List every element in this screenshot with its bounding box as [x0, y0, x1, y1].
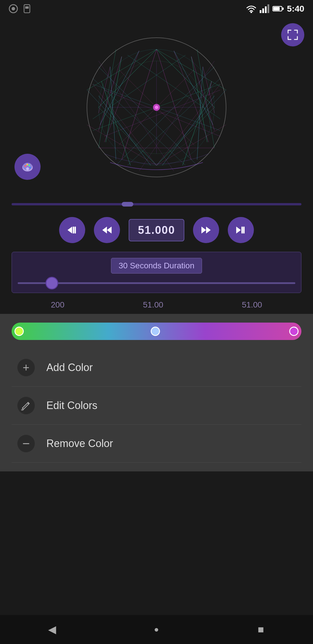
add-color-item[interactable]: + Add Color	[12, 349, 301, 387]
skip-back-icon	[66, 224, 78, 236]
palette-button[interactable]	[14, 154, 41, 180]
duration-panel: 30 Seconds Duration	[12, 252, 301, 293]
svg-marker-74	[68, 227, 72, 234]
gradient-thumb-left[interactable]	[14, 327, 24, 336]
svg-line-23	[183, 81, 212, 165]
svg-line-41	[87, 90, 156, 165]
home-button[interactable]: ●	[148, 621, 165, 638]
svg-line-64	[99, 61, 174, 171]
viz-area: /* inline not allowed, use static SVG pa…	[0, 17, 313, 197]
svg-line-26	[99, 96, 151, 165]
svg-rect-6	[262, 8, 264, 13]
back-icon: ◀	[48, 623, 56, 636]
skip-forward-button[interactable]	[228, 217, 254, 243]
svg-rect-10	[282, 8, 284, 10]
value-label-1: 200	[51, 300, 65, 310]
svg-point-73	[26, 167, 29, 170]
edit-colors-item[interactable]: Edit Colors	[12, 387, 301, 425]
progress-track[interactable]	[12, 203, 301, 205]
svg-marker-77	[102, 227, 107, 234]
fast-forward-button[interactable]	[193, 217, 219, 243]
time-display[interactable]: 51.000	[129, 219, 184, 241]
fullscreen-icon	[287, 29, 299, 41]
skip-forward-icon	[235, 224, 247, 236]
sim-icon	[22, 4, 32, 13]
svg-line-49	[156, 84, 220, 165]
nav-bar: ◀ ● ■	[0, 615, 313, 644]
svg-line-40	[156, 90, 226, 165]
value-label-3: 51.00	[242, 300, 262, 310]
svg-rect-75	[73, 227, 74, 234]
svg-marker-78	[107, 227, 112, 234]
value-labels: 200 51.00 51.00	[0, 296, 313, 314]
fast-forward-icon	[200, 224, 212, 236]
signal-icon	[260, 4, 270, 13]
remove-color-icon: −	[17, 435, 35, 452]
battery-icon	[272, 5, 284, 12]
svg-line-25	[162, 96, 214, 165]
svg-rect-82	[241, 227, 243, 234]
svg-marker-79	[201, 227, 206, 234]
duration-badge: 30 Seconds Duration	[111, 258, 202, 274]
fullscreen-button[interactable]	[281, 23, 304, 46]
value-label-2: 51.00	[143, 300, 163, 310]
svg-line-45	[99, 49, 116, 148]
home-icon: ●	[154, 625, 159, 634]
duration-slider-track[interactable]	[18, 282, 295, 284]
svg-line-60	[93, 78, 185, 165]
remove-color-item[interactable]: − Remove Color	[12, 425, 301, 463]
svg-rect-76	[74, 227, 76, 234]
status-left	[9, 4, 32, 13]
add-color-label: Add Color	[46, 361, 93, 374]
transport-controls: 51.000	[0, 211, 313, 249]
color-panel: + Add Color Edit Colors − Remove Color	[0, 314, 313, 471]
svg-point-72	[29, 167, 31, 169]
svg-point-70	[26, 164, 28, 165]
svg-point-1	[12, 7, 15, 10]
progress-thumb[interactable]	[122, 202, 133, 207]
svg-rect-11	[273, 7, 280, 10]
svg-rect-3	[25, 6, 29, 9]
svg-rect-5	[260, 10, 261, 13]
svg-rect-7	[265, 6, 267, 13]
gradient-bar[interactable]	[12, 323, 301, 340]
recent-apps-button[interactable]: ■	[252, 621, 270, 638]
wifi-icon	[246, 4, 257, 13]
gradient-thumb-right[interactable]	[289, 327, 299, 336]
svg-line-57	[128, 55, 220, 119]
svg-marker-81	[236, 227, 241, 234]
add-color-icon: +	[17, 359, 35, 376]
duration-slider-thumb[interactable]	[46, 277, 58, 290]
rewind-button[interactable]	[94, 217, 120, 243]
svg-line-44	[197, 49, 214, 148]
svg-rect-83	[243, 227, 245, 234]
edit-colors-label: Edit Colors	[46, 399, 97, 412]
palette-icon	[21, 160, 34, 173]
spirograph-visualization: /* inline not allowed, use static SVG pa…	[81, 32, 232, 183]
notification-icon	[9, 4, 18, 13]
svg-point-71	[28, 164, 30, 166]
svg-point-66	[155, 106, 158, 109]
status-bar: 5:40	[0, 0, 313, 17]
status-time: 5:40	[287, 4, 304, 14]
remove-color-label: Remove Color	[46, 437, 113, 450]
rewind-icon	[101, 224, 113, 236]
skip-back-button[interactable]	[59, 217, 85, 243]
back-button[interactable]: ◀	[43, 621, 61, 638]
svg-line-24	[101, 81, 130, 165]
svg-line-63	[139, 61, 214, 171]
duration-label-container: 30 Seconds Duration	[18, 258, 295, 274]
svg-point-69	[25, 165, 26, 167]
svg-marker-80	[206, 227, 211, 234]
svg-rect-8	[267, 4, 269, 13]
svg-line-50	[93, 84, 156, 165]
progress-section[interactable]	[0, 197, 313, 211]
svg-rect-86	[21, 409, 23, 410]
status-right: 5:40	[246, 4, 304, 14]
recent-icon: ■	[258, 623, 264, 636]
edit-colors-icon	[17, 397, 35, 414]
gradient-thumb-mid[interactable]	[151, 327, 160, 336]
svg-line-59	[128, 78, 220, 165]
svg-point-4	[250, 11, 252, 13]
